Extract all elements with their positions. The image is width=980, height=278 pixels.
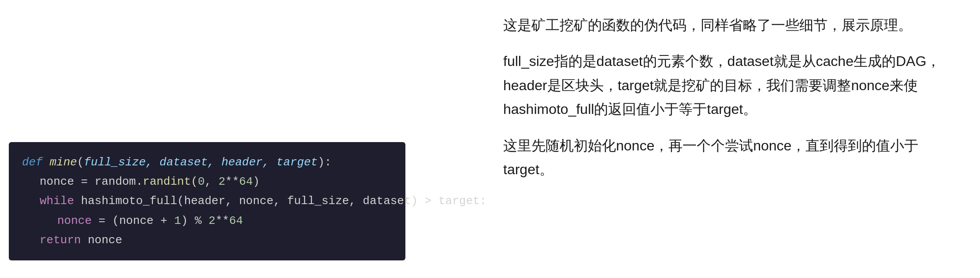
code-line-4: nonce = (nonce + 1) % 2**64 <box>57 211 392 230</box>
func-params: full_size, dataset, header, target <box>84 156 318 169</box>
assign-expr: = (nonce + <box>92 214 174 227</box>
code-line-2: nonce = random.randint(0, 2**64) <box>40 172 392 191</box>
assign-op: = <box>74 175 95 188</box>
target-var: target: <box>438 194 486 208</box>
num-zero: 0 <box>198 175 205 188</box>
num-one: 1 <box>174 214 181 227</box>
nonce-var-2: nonce <box>57 214 92 227</box>
paragraph-3: 这里先随机初始化nonce，再一个个尝试nonce，直到得到的值小于target… <box>503 134 954 182</box>
num-two-1: 2 <box>219 175 226 188</box>
code-block: def mine(full_size, dataset, header, tar… <box>9 142 405 260</box>
num-64-1: 64 <box>239 175 253 188</box>
mod-op: ) % <box>181 214 208 227</box>
keyword-return: return <box>40 234 88 247</box>
var-nonce: nonce <box>40 175 74 188</box>
keyword-while: while <box>40 194 81 208</box>
hashimoto-call: hashimoto_full(header, nonce, full_size,… <box>81 194 418 208</box>
paren-close: ): <box>318 156 331 169</box>
right-panel: 这是矿工挖矿的函数的伪代码，同样省略了一些细节，展示原理。 full_size指… <box>490 0 980 278</box>
random-module: random <box>95 175 136 188</box>
return-nonce: nonce <box>88 234 122 247</box>
num-two-2: 2 <box>208 214 215 227</box>
paren-open: ( <box>77 156 84 169</box>
comma: , <box>205 175 219 188</box>
num-64-2: 64 <box>229 214 243 227</box>
paragraph-2: full_size指的是dataset的元素个数，dataset就是从cache… <box>503 49 954 121</box>
paren-close-2: ) <box>253 175 260 188</box>
code-line-1: def mine(full_size, dataset, header, tar… <box>22 153 392 172</box>
func-name: mine <box>49 156 77 169</box>
code-line-5: return nonce <box>40 230 392 250</box>
power-op-1: ** <box>225 175 239 188</box>
keyword-def: def <box>22 156 49 169</box>
code-line-3: while hashimoto_full(header, nonce, full… <box>40 191 392 211</box>
left-panel: def mine(full_size, dataset, header, tar… <box>0 0 490 278</box>
paragraph-1: 这是矿工挖矿的函数的伪代码，同样省略了一些细节，展示原理。 <box>503 13 954 37</box>
randint-method: .randint( <box>136 175 197 188</box>
gt-op: > <box>418 194 438 208</box>
power-op-2: ** <box>215 214 229 227</box>
